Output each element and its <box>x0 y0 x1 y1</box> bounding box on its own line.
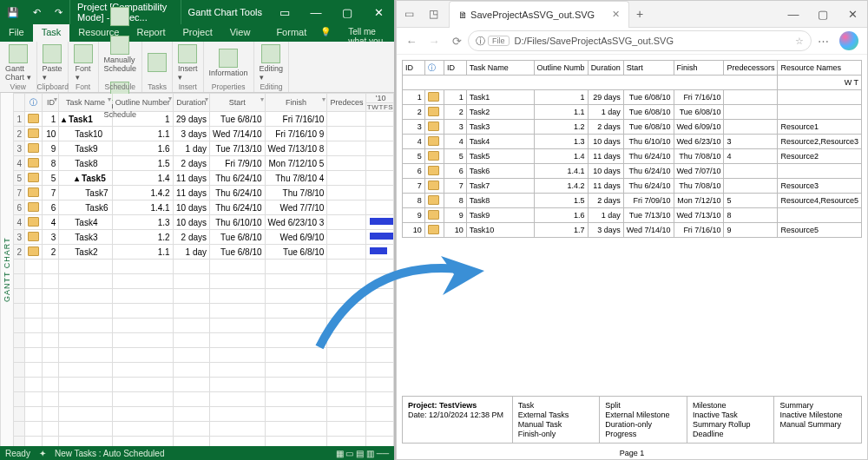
folder-icon <box>28 217 39 227</box>
folder-icon <box>428 107 439 116</box>
tell-me[interactable]: Tell me what you want to do... <box>339 24 394 42</box>
tab-view[interactable]: View <box>221 24 260 42</box>
browser-tabbar: ▭ ◳ 🗎 SaveProjectAsSVG_out.SVG ✕ + — ▢ ✕ <box>397 1 867 28</box>
table-row[interactable]: 39Task91.61 dayTue 7/13/10Wed 7/13/10 8 <box>14 141 394 156</box>
folder-icon <box>28 232 39 241</box>
table-row[interactable]: 11▴ Task1129 daysTue 6/8/10Fri 7/16/10 <box>14 112 394 127</box>
ribbon-btn[interactable]: ManuallySchedule <box>104 36 137 73</box>
table-row[interactable]: 22Task21.11 dayTue 6/8/10Tue 6/8/10 <box>14 245 394 260</box>
folder-icon <box>28 187 39 197</box>
back-icon[interactable]: ← <box>400 35 423 48</box>
svg-task-table: IDⓘIDTask NameOutline NumbDurationStartF… <box>402 60 862 238</box>
maximize-icon[interactable]: ▢ <box>332 6 363 19</box>
folder-icon <box>28 173 39 182</box>
folder-icon <box>428 210 439 220</box>
info-icon: ⓘ <box>428 63 436 72</box>
task-grid[interactable]: ⓘ ID▾ Task Name▾ Outline Number▾ Duratio… <box>13 93 394 446</box>
legend: Project: TestViews Date: 12/10/2024 12:3… <box>402 396 862 444</box>
ribbon-options-icon[interactable]: ▭ <box>269 6 300 19</box>
ribbon-btn[interactable]: Font▾ <box>74 44 93 82</box>
tab-format[interactable]: Format <box>267 24 315 42</box>
folder-icon <box>28 128 39 138</box>
new-tab-icon[interactable]: + <box>629 7 650 21</box>
ribbon-tabs: File Task Resource Report Project View F… <box>0 24 394 42</box>
tab-task[interactable]: Task <box>33 24 70 42</box>
table-row[interactable]: 210Task101.13 daysWed 7/14/10Fri 7/16/10… <box>14 127 394 141</box>
view-label: GANTT CHART <box>0 93 13 446</box>
table-row: 33Task31.22 daysTue 6/08/10Wed 6/09/10Re… <box>403 120 862 135</box>
minimize-icon[interactable]: — <box>300 6 332 19</box>
workspace-icon[interactable]: ◳ <box>421 8 445 20</box>
bclose-icon[interactable]: ✕ <box>838 8 867 21</box>
save-icon[interactable]: 💾 <box>0 0 26 24</box>
ribbon-btn[interactable] <box>110 7 129 27</box>
redo-icon[interactable]: ↷ <box>48 0 69 24</box>
tab-file[interactable]: File <box>0 24 33 42</box>
msproject-window: 💾 ↶ ↷ Project [Compatibility Mode] - Pro… <box>0 0 396 460</box>
titlebar: 💾 ↶ ↷ Project [Compatibility Mode] - Pro… <box>0 0 394 24</box>
folder-icon <box>428 151 439 161</box>
min-icon[interactable]: — <box>779 8 808 21</box>
browser-tab[interactable]: 🗎 SaveProjectAsSVG_out.SVG ✕ <box>449 1 629 28</box>
table-row: 44Task41.310 daysThu 6/10/10Wed 6/23/103… <box>403 135 862 149</box>
folder-icon <box>28 114 39 123</box>
file-icon: 🗎 <box>458 10 468 20</box>
info-icon[interactable]: ⓘ <box>476 35 485 48</box>
folder-icon <box>28 143 39 153</box>
table-row: 88Task81.52 daysFri 7/09/10Mon 7/12/105R… <box>403 194 862 208</box>
folder-icon <box>428 166 439 175</box>
table-row: 99Task91.61 dayTue 7/13/10Wed 7/13/108 <box>403 208 862 223</box>
reload-icon[interactable]: ⟳ <box>445 35 468 48</box>
statusbar: Ready ✦ New Tasks : Auto Scheduled ▦ ▭ ▤… <box>0 446 394 460</box>
ribbon-btn[interactable] <box>148 53 167 73</box>
tab-project[interactable]: Project <box>174 24 220 42</box>
table-row: 11Task1129 daysTue 6/08/10Fri 7/16/10 <box>403 90 862 105</box>
ribbon-context-title: Gantt Chart Tools <box>181 0 269 24</box>
status-schedule: New Tasks : Auto Scheduled <box>55 449 165 458</box>
copilot-icon[interactable] <box>839 31 858 50</box>
ribbon: GanttChart ▾ViewPaste▾ClipboardFont▾Font… <box>0 42 394 93</box>
status-ready: Ready <box>5 449 30 458</box>
table-row[interactable]: 77Task71.4.211 daysThu 6/24/10Thu 7/8/10 <box>14 186 394 200</box>
table-row: 1010Task101.73 daysWed 7/14/10Fri 7/16/1… <box>403 223 862 238</box>
view-shortcut-icon[interactable]: ▦ ▭ ▤ ▥ ── <box>336 449 389 458</box>
table-row[interactable]: 66Task61.4.110 daysThu 6/24/10Wed 7/7/10 <box>14 200 394 215</box>
max-icon[interactable]: ▢ <box>808 8 838 21</box>
folder-icon <box>428 92 439 102</box>
table-row: 77Task71.4.211 daysThu 6/24/10Thu 7/08/1… <box>403 179 862 194</box>
folder-icon <box>428 181 439 190</box>
browser-window: ▭ ◳ 🗎 SaveProjectAsSVG_out.SVG ✕ + — ▢ ✕… <box>396 0 868 460</box>
menu-icon[interactable]: ⋯ <box>812 35 834 48</box>
undo-icon[interactable]: ↶ <box>26 0 48 24</box>
folder-icon <box>428 225 439 234</box>
ribbon-btn[interactable]: GanttChart ▾ <box>5 44 31 82</box>
close-icon[interactable]: ✕ <box>363 6 394 19</box>
table-row[interactable]: 55▴ Task51.411 daysThu 6/24/10Thu 7/8/10… <box>14 171 394 186</box>
close-tab-icon[interactable]: ✕ <box>612 9 620 20</box>
ribbon-btn[interactable]: Paste▾ <box>43 44 62 82</box>
table-row: 55Task51.411 daysThu 6/24/10Thu 7/08/104… <box>403 149 862 164</box>
favorite-icon[interactable]: ☆ <box>795 36 804 47</box>
folder-icon <box>428 136 439 146</box>
folder-icon <box>428 195 439 205</box>
folder-icon <box>428 122 439 131</box>
ribbon-btn[interactable]: Insert▾ <box>178 44 198 82</box>
page-footer: Page 1 <box>397 449 867 457</box>
table-row[interactable]: 48Task81.52 daysFri 7/9/10Mon 7/12/10 5 <box>14 156 394 171</box>
ribbon-btn[interactable]: Editing▾ <box>260 44 284 82</box>
folder-icon <box>28 246 39 256</box>
table-row: 22Task21.11 dayTue 6/08/10Tue 6/08/10 <box>403 105 862 120</box>
table-row[interactable]: 44Task41.310 daysThu 6/10/10Wed 6/23/10 … <box>14 215 394 230</box>
address-bar: ← → ⟳ ⓘ File D:/Files/SaveProjectAsSVG_o… <box>397 28 867 55</box>
folder-icon <box>28 202 39 212</box>
table-row[interactable]: 33Task31.22 daysTue 6/8/10Wed 6/9/10Reso… <box>14 230 394 245</box>
ribbon-btn[interactable]: Information <box>209 49 248 77</box>
folder-icon <box>28 158 39 168</box>
url-box[interactable]: ⓘ File D:/Files/SaveProjectAsSVG_out.SVG… <box>468 30 812 51</box>
svg-document: IDⓘIDTask NameOutline NumbDurationStartF… <box>397 55 867 459</box>
table-row: 66Task61.4.110 daysThu 6/24/10Wed 7/07/1… <box>403 164 862 179</box>
spaces-icon[interactable]: ▭ <box>397 8 421 20</box>
forward-icon[interactable]: → <box>423 35 445 48</box>
